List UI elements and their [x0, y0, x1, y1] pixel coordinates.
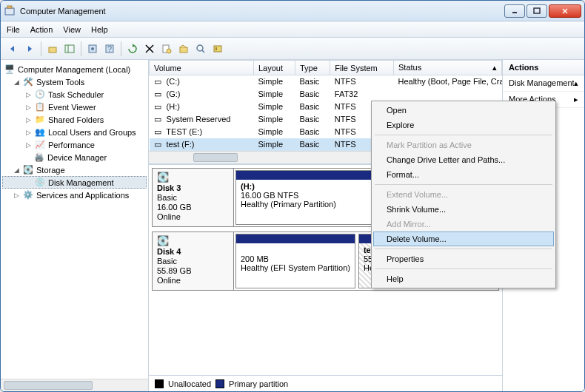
volume-icon: ▭ — [154, 89, 164, 99]
view-settings-button[interactable] — [85, 41, 100, 56]
menu-action[interactable]: Action — [30, 25, 53, 34]
close-button[interactable] — [549, 4, 581, 18]
menu-explore[interactable]: Explore — [373, 118, 554, 132]
chevron-up-icon: ▴ — [574, 78, 578, 88]
delete-button[interactable] — [142, 41, 157, 56]
svg-rect-0 — [5, 8, 14, 15]
svg-rect-20 — [214, 46, 221, 52]
svg-point-10 — [91, 47, 94, 50]
menu-separator — [375, 184, 552, 185]
maximize-button[interactable] — [526, 4, 547, 18]
toolbar: ? — [1, 38, 584, 60]
services-icon: ⚙️ — [22, 189, 34, 201]
tree-shared-folders[interactable]: ▷📁Shared Folders — [2, 113, 147, 126]
tree-local-users[interactable]: ▷👥Local Users and Groups — [2, 126, 147, 138]
svg-point-18 — [197, 45, 203, 51]
col-fs[interactable]: File System — [330, 61, 394, 75]
volume-icon: ▭ — [154, 102, 164, 112]
tree-system-tools[interactable]: ◢🛠️System Tools — [2, 75, 147, 88]
col-status[interactable]: Status▴ — [393, 61, 501, 75]
menu-extend-volume: Extend Volume... — [373, 187, 554, 202]
users-icon: 👥 — [34, 126, 46, 138]
svg-line-19 — [202, 50, 204, 53]
menu-mark-active: Mark Partition as Active — [373, 138, 554, 152]
partition[interactable]: 200 MB Healthy (EFI System Partition) — [235, 234, 355, 288]
svg-rect-6 — [49, 47, 56, 53]
volume-icon: ▭ — [154, 140, 164, 149]
disk-header[interactable]: 💽 Disk 3 Basic 16.00 GB Online — [153, 169, 234, 226]
menu-help[interactable]: Help — [91, 25, 108, 34]
folder-icon: 📁 — [34, 114, 46, 126]
collapse-icon[interactable]: ◢ — [13, 166, 20, 174]
legend-swatch-unallocated — [155, 379, 164, 388]
legend-swatch-primary — [215, 379, 224, 388]
expand-icon[interactable]: ▷ — [24, 129, 32, 136]
tree-storage[interactable]: ◢💽Storage — [2, 163, 147, 176]
menu-shrink-volume[interactable]: Shrink Volume... — [373, 202, 554, 217]
volume-row[interactable]: ▭ (G:)SimpleBasicFAT32 — [150, 88, 502, 101]
menu-delete-volume[interactable]: Delete Volume... — [373, 232, 554, 246]
expand-icon[interactable]: ▷ — [24, 104, 32, 111]
tree-event-viewer[interactable]: ▷📋Event Viewer — [2, 101, 147, 113]
col-type[interactable]: Type — [295, 61, 330, 75]
device-icon: 🖨️ — [33, 152, 45, 163]
col-volume[interactable]: Volume — [150, 61, 254, 75]
legend: Unallocated Primary partition — [149, 375, 502, 391]
expand-icon[interactable]: ▷ — [24, 116, 32, 124]
tree-services[interactable]: ▷⚙️Services and Applications — [2, 189, 147, 201]
partition-stripe — [236, 234, 355, 243]
back-button[interactable] — [5, 41, 20, 56]
expand-icon[interactable]: ▷ — [24, 91, 32, 98]
tree-device-manager[interactable]: 🖨️Device Manager — [2, 151, 147, 163]
menu-change-letter[interactable]: Change Drive Letter and Paths... — [373, 152, 554, 167]
tree-root[interactable]: 🖥️Computer Management (Local) — [2, 63, 147, 75]
app-window: Computer Management File Action View Hel… — [0, 0, 585, 392]
titlebar[interactable]: Computer Management — [1, 1, 584, 21]
event-icon: 📋 — [34, 101, 46, 113]
menubar: File Action View Help — [1, 21, 584, 38]
menu-open[interactable]: Open — [373, 103, 554, 118]
tree-disk-management[interactable]: 💿Disk Management — [2, 176, 147, 189]
disk-header[interactable]: 💽 Disk 4 Basic 55.89 GB Online — [153, 232, 234, 290]
menu-separator — [375, 135, 552, 135]
svg-point-16 — [167, 49, 171, 53]
volume-row[interactable]: ▭ (C:)SimpleBasicNTFSHealthy (Boot, Page… — [150, 75, 502, 88]
menu-separator — [375, 268, 552, 269]
properties-button[interactable] — [159, 41, 174, 56]
disk-icon: 💽 — [157, 235, 229, 246]
options-button[interactable] — [176, 41, 191, 56]
expand-icon[interactable]: ▷ — [24, 141, 32, 149]
menu-view[interactable]: View — [63, 25, 81, 34]
tree-performance[interactable]: ▷📈Performance — [2, 138, 147, 151]
volume-icon: ▭ — [154, 127, 164, 137]
app-icon — [4, 5, 16, 17]
minimize-button[interactable] — [504, 4, 525, 18]
menu-separator — [375, 249, 552, 249]
refresh-button[interactable] — [125, 41, 140, 56]
col-layout[interactable]: Layout — [253, 61, 295, 75]
forward-button[interactable] — [22, 41, 37, 56]
svg-text:?: ? — [107, 44, 112, 53]
action-button[interactable] — [210, 41, 225, 56]
menu-format[interactable]: Format... — [373, 167, 554, 182]
help-button[interactable]: ? — [102, 41, 117, 56]
perf-icon: 📈 — [34, 139, 46, 151]
menu-add-mirror: Add Mirror... — [373, 217, 554, 232]
menu-help[interactable]: Help — [373, 271, 554, 286]
tree-scrollbar[interactable] — [1, 379, 148, 391]
actions-context[interactable]: Disk Management▴ — [503, 75, 584, 92]
window-title: Computer Management — [20, 7, 504, 16]
nav-tree[interactable]: 🖥️Computer Management (Local) ◢🛠️System … — [1, 60, 149, 391]
storage-icon: 💽 — [22, 164, 34, 176]
show-hide-tree-button[interactable] — [62, 41, 77, 56]
up-button[interactable] — [45, 41, 60, 56]
svg-rect-17 — [180, 47, 187, 53]
find-button[interactable] — [193, 41, 208, 56]
expand-icon[interactable]: ▷ — [13, 192, 20, 199]
menu-properties[interactable]: Properties — [373, 251, 554, 266]
collapse-icon[interactable]: ◢ — [13, 78, 20, 86]
menu-file[interactable]: File — [7, 25, 20, 34]
chevron-right-icon: ▸ — [574, 95, 578, 104]
tree-task-scheduler[interactable]: ▷🕒Task Scheduler — [2, 88, 147, 101]
actions-header: Actions — [503, 60, 584, 75]
